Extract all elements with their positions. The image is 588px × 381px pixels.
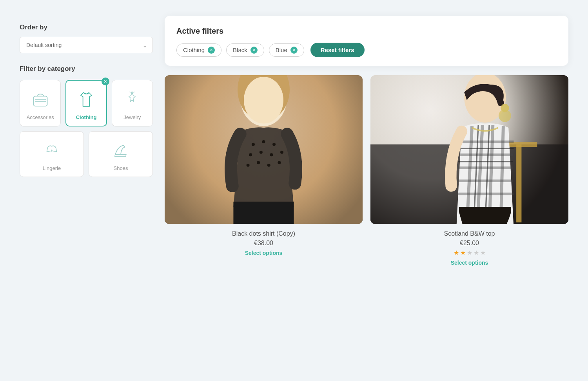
star-5: ★ [480, 249, 486, 256]
filter-chip-clothing-remove[interactable]: ✕ [208, 47, 215, 54]
product-2-price: €25.00 [460, 240, 479, 247]
sort-dropdown-wrapper: Default sorting Price: Low to High Price… [20, 37, 153, 53]
svg-point-12 [272, 143, 276, 146]
category-card-jewelry[interactable]: Jewelry [112, 80, 153, 126]
category-card-shoes[interactable]: Shoes [89, 131, 153, 177]
clothing-label: Clothing [76, 114, 97, 120]
svg-point-11 [262, 140, 265, 143]
product-2-stars: ★ ★ ★ ★ ★ [454, 249, 486, 256]
filter-chip-black-label: Black [233, 47, 247, 53]
accessories-label: Accessories [27, 114, 54, 120]
svg-rect-21 [233, 202, 294, 224]
sidebar: Order by Default sorting Price: Low to H… [20, 16, 153, 185]
product-image-svg-2 [370, 75, 568, 224]
svg-point-17 [247, 164, 250, 167]
filter-chip-blue-remove[interactable]: ✕ [290, 47, 298, 54]
product-2-name: Scotland B&W top [444, 230, 495, 237]
product-image-scene-1 [165, 75, 363, 224]
star-4: ★ [474, 249, 479, 256]
shoes-label: Shoes [114, 165, 128, 171]
category-card-lingerie[interactable]: Lingerie [20, 131, 84, 177]
filter-chip-clothing-label: Clothing [183, 47, 205, 53]
category-grid-row1: Accessories ✕ Clothing Jewelry [20, 80, 153, 126]
order-by-label: Order by [20, 23, 153, 31]
svg-point-10 [252, 143, 255, 146]
star-1: ★ [454, 249, 459, 256]
category-card-clothing[interactable]: ✕ Clothing [65, 80, 107, 126]
product-image-1 [165, 75, 363, 224]
svg-point-18 [257, 161, 260, 164]
svg-point-14 [260, 151, 263, 154]
product-1-select-button[interactable]: Select options [245, 250, 283, 256]
product-card-1: Black dots shirt (Copy) €38.00 Select op… [165, 75, 363, 266]
active-filters-card: Active filters Clothing ✕ Black ✕ Blue ✕… [165, 16, 568, 66]
clothing-icon [75, 88, 97, 110]
product-image-2 [370, 75, 568, 224]
svg-point-41 [499, 110, 511, 122]
filter-chips: Clothing ✕ Black ✕ Blue ✕ Reset filters [176, 43, 557, 57]
filter-category-label: Filter by category [20, 65, 153, 73]
jewelry-icon [121, 88, 143, 110]
category-grid-row2: Lingerie Shoes [20, 131, 153, 177]
products-grid: Black dots shirt (Copy) €38.00 Select op… [165, 75, 568, 266]
jewelry-label: Jewelry [123, 114, 141, 120]
filter-chip-blue-label: Blue [276, 47, 287, 53]
product-image-svg-1 [165, 75, 363, 224]
product-card-2: Scotland B&W top €25.00 ★ ★ ★ ★ ★ Select… [370, 75, 568, 266]
star-3: ★ [467, 249, 472, 256]
product-2-select-button[interactable]: Select options [451, 260, 488, 266]
category-card-accessories[interactable]: Accessories [20, 80, 61, 126]
svg-rect-0 [33, 96, 47, 106]
star-2: ★ [460, 249, 466, 256]
shoes-icon [110, 139, 132, 161]
sort-select[interactable]: Default sorting Price: Low to High Price… [20, 37, 153, 53]
product-image-scene-2 [370, 75, 568, 224]
lingerie-label: Lingerie [43, 165, 61, 171]
product-1-price: €38.00 [254, 240, 273, 247]
svg-point-9 [244, 77, 283, 124]
svg-point-15 [270, 153, 273, 156]
reset-filters-button[interactable]: Reset filters [310, 43, 365, 57]
svg-point-20 [278, 161, 281, 164]
svg-point-13 [249, 153, 252, 156]
filter-chip-black[interactable]: Black ✕ [226, 43, 264, 57]
page-wrapper: Order by Default sorting Price: Low to H… [20, 16, 568, 266]
clothing-remove-btn[interactable]: ✕ [102, 78, 109, 85]
filter-chip-black-remove[interactable]: ✕ [250, 47, 258, 54]
lingerie-icon [41, 139, 63, 161]
main-content: Active filters Clothing ✕ Black ✕ Blue ✕… [165, 16, 568, 266]
svg-rect-24 [516, 144, 521, 222]
filter-chip-clothing[interactable]: Clothing ✕ [176, 43, 221, 57]
accessories-icon [29, 88, 51, 110]
svg-point-16 [280, 151, 283, 154]
svg-point-19 [267, 164, 270, 167]
filter-chip-blue[interactable]: Blue ✕ [269, 43, 304, 57]
product-1-name: Black dots shirt (Copy) [232, 230, 295, 237]
active-filters-title: Active filters [176, 27, 557, 36]
